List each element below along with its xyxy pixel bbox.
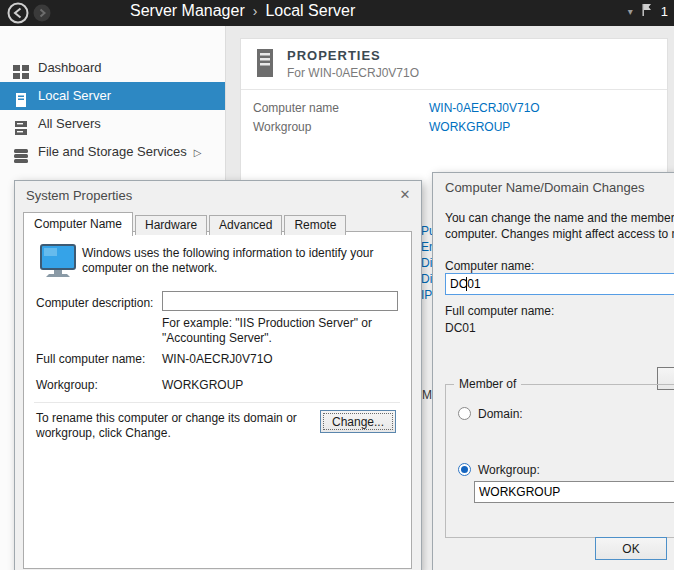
clipped-property-value: Di: [421, 272, 432, 286]
back-arrow-icon: [7, 2, 29, 24]
tab-strip: Computer Name Hardware Advanced Remote: [23, 212, 348, 235]
notification-flag-icon[interactable]: [641, 3, 653, 20]
forward-button[interactable]: [33, 4, 51, 22]
workgroup-value: WORKGROUP: [162, 378, 243, 392]
prop-label-computer-name: Computer name: [253, 101, 339, 115]
divider: [241, 89, 667, 90]
back-button[interactable]: [7, 2, 29, 24]
computer-description-input[interactable]: [162, 291, 398, 311]
breadcrumb-page[interactable]: Local Server: [265, 2, 355, 19]
clipped-property-value: En: [421, 240, 432, 254]
tab-computer-name[interactable]: Computer Name: [23, 212, 133, 236]
computer-name-input[interactable]: [445, 273, 674, 295]
clipped-text-fragment: M: [422, 388, 432, 402]
monitor-icon: [38, 244, 78, 282]
system-properties-dialog: System Properties ✕ Computer Name Hardwa…: [14, 180, 422, 570]
text-cursor: [466, 277, 467, 291]
tab-intro-text: Windows uses the following information t…: [82, 246, 394, 276]
clipped-property-value: Di: [421, 256, 432, 270]
sidebar-item-label: Dashboard: [38, 60, 102, 75]
sidebar-item-local-server[interactable]: Local Server: [0, 82, 225, 110]
forward-arrow-icon: [33, 4, 51, 22]
computer-description-label: Computer description:: [36, 296, 153, 310]
clipped-property-value: IP: [421, 288, 432, 302]
divider: [34, 402, 400, 403]
tab-remote[interactable]: Remote: [284, 215, 346, 235]
rename-instruction-text: To rename this computer or change its do…: [36, 411, 308, 441]
breadcrumb: Server Manager›Local Server: [130, 2, 355, 20]
description-example-text: For example: "IIS Production Server" or …: [162, 316, 400, 346]
dialog-intro-line2: computer. Changes might affect access to…: [445, 227, 674, 241]
workgroup-input[interactable]: [474, 481, 674, 503]
storage-icon: [13, 145, 29, 159]
app-title: Server Manager: [130, 2, 245, 19]
sidebar-item-label: File and Storage Services: [38, 144, 187, 159]
workgroup-radio-label[interactable]: Workgroup:: [478, 463, 540, 477]
prop-value-workgroup[interactable]: WORKGROUP: [429, 120, 510, 134]
sidebar-item-dashboard[interactable]: Dashboard: [0, 54, 225, 82]
servers-icon: [13, 117, 29, 131]
member-of-label: Member of: [454, 377, 521, 391]
properties-title: PROPERTIES: [287, 48, 381, 63]
tab-advanced[interactable]: Advanced: [209, 215, 282, 235]
domain-radio-label[interactable]: Domain:: [478, 407, 523, 421]
properties-subtitle: For WIN-0AECRJ0V71O: [287, 66, 419, 80]
server-manager-window: Server Manager›Local Server ▾ 1 Dashboa: [0, 0, 674, 570]
notification-count[interactable]: 1: [661, 4, 668, 19]
workgroup-radio[interactable]: [458, 463, 471, 476]
full-computer-name-value: WIN-0AECRJ0V71O: [162, 352, 273, 366]
sidebar-item-file-storage-services[interactable]: File and Storage Services▷: [0, 138, 225, 166]
full-computer-name-label: Full computer name:: [36, 352, 145, 366]
prop-value-computer-name[interactable]: WIN-0AECRJ0V71O: [429, 101, 540, 115]
sidebar-item-label: All Servers: [38, 116, 101, 131]
member-of-group: Member of Domain: Workgroup:: [445, 384, 674, 538]
clipped-property-value: Pu: [421, 224, 432, 238]
server-tile-icon: [253, 47, 277, 83]
dashboard-icon: [13, 61, 29, 75]
server-icon: [13, 89, 29, 103]
computer-name-tab-page: Windows uses the following information t…: [23, 231, 412, 569]
workgroup-label: Workgroup:: [36, 378, 98, 392]
expand-chevron-icon[interactable]: ▷: [194, 147, 202, 158]
computer-name-label: Computer name:: [445, 259, 534, 273]
chevron-down-icon[interactable]: ▾: [628, 6, 633, 17]
dialog-title: System Properties: [26, 188, 132, 203]
breadcrumb-separator-icon: ›: [253, 3, 258, 19]
sidebar-item-all-servers[interactable]: All Servers: [0, 110, 225, 138]
dialog-intro-line1: You can change the name and the membersh…: [445, 211, 674, 225]
tab-hardware[interactable]: Hardware: [135, 215, 207, 235]
domain-radio[interactable]: [458, 407, 471, 420]
dialog-title: Computer Name/Domain Changes: [445, 180, 644, 195]
full-computer-name-label: Full computer name:: [445, 304, 554, 318]
titlebar: Server Manager›Local Server ▾ 1: [0, 0, 674, 26]
sidebar-item-label: Local Server: [38, 88, 111, 103]
flag-icon: [641, 3, 653, 17]
change-button[interactable]: Change...: [320, 410, 396, 433]
prop-label-workgroup: Workgroup: [253, 120, 311, 134]
ok-button[interactable]: OK: [595, 537, 667, 560]
close-icon[interactable]: ✕: [395, 186, 415, 204]
computer-name-domain-changes-dialog: Computer Name/Domain Changes You can cha…: [432, 172, 674, 570]
full-computer-name-value: DC01: [445, 321, 476, 335]
